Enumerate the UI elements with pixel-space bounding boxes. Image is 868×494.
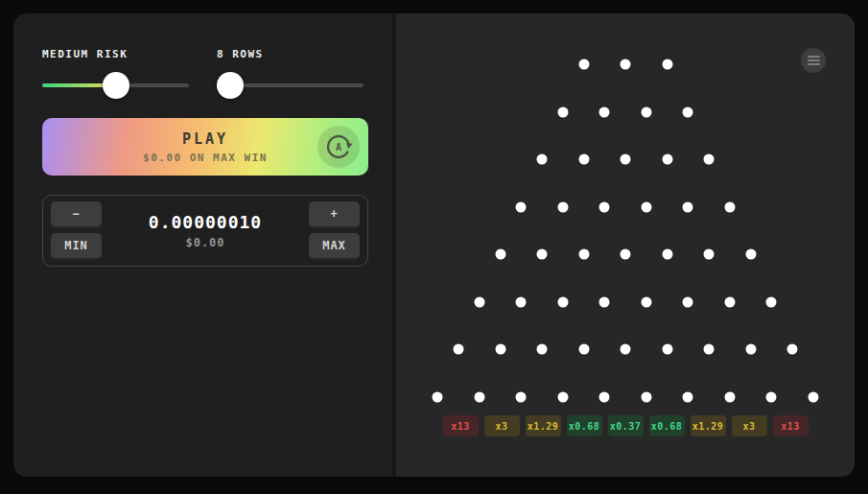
- peg: [641, 201, 651, 212]
- peg: [641, 391, 651, 402]
- peg: [537, 344, 548, 355]
- peg: [433, 391, 443, 402]
- play-button-label: PLAY: [182, 130, 228, 148]
- bet-max-button[interactable]: MAX: [309, 233, 360, 260]
- peg: [474, 296, 484, 307]
- peg: [557, 201, 568, 212]
- peg: [724, 296, 735, 307]
- risk-slider-track[interactable]: [42, 72, 189, 99]
- risk-slider-label: MEDIUM RISK: [42, 48, 189, 60]
- multiplier-bucket: x0.68: [567, 415, 602, 436]
- peg: [704, 154, 715, 165]
- peg: [599, 391, 610, 402]
- play-button[interactable]: PLAY $0.00 ON MAX WIN A: [42, 118, 368, 176]
- peg: [578, 154, 589, 165]
- slider-group: MEDIUM RISK 8 ROWS: [42, 48, 364, 99]
- multiplier-bucket: x1.29: [691, 415, 726, 436]
- peg: [683, 201, 693, 212]
- multiplier-bucket: x0.68: [649, 415, 685, 436]
- peg: [495, 249, 505, 260]
- multiplier-bucket: x1.29: [526, 415, 561, 436]
- peg: [516, 201, 527, 212]
- board-menu-button[interactable]: [801, 48, 826, 73]
- peg: [683, 391, 693, 402]
- peg: [495, 344, 505, 355]
- peg: [474, 391, 484, 402]
- peg: [516, 391, 527, 402]
- rows-slider: 8 ROWS: [217, 48, 364, 99]
- peg: [578, 249, 589, 260]
- plinko-board: x13x3x1.29x0.68x0.37x0.68x1.29x3x13: [396, 13, 855, 477]
- peg: [724, 201, 735, 212]
- peg: [599, 201, 610, 212]
- peg: [745, 344, 756, 355]
- multiplier-bucket: x3: [484, 415, 520, 436]
- peg: [808, 391, 818, 402]
- plinko-app: MEDIUM RISK 8 ROWS: [13, 13, 855, 477]
- peg: [557, 391, 568, 402]
- peg: [745, 249, 756, 260]
- bet-decrease-button[interactable]: −: [51, 201, 102, 228]
- play-button-sublabel: $0.00 ON MAX WIN: [143, 152, 268, 164]
- peg: [516, 296, 527, 307]
- peg: [641, 296, 651, 307]
- peg: [537, 249, 548, 260]
- bet-fiat-value: $0.00: [185, 236, 224, 249]
- bet-increase-button[interactable]: +: [309, 201, 360, 228]
- svg-text:A: A: [336, 142, 341, 153]
- peg: [683, 106, 693, 117]
- rows-slider-handle[interactable]: [217, 72, 244, 99]
- peg: [766, 391, 777, 402]
- multiplier-bucket: x13: [443, 415, 479, 436]
- bet-min-button[interactable]: MIN: [51, 233, 102, 260]
- peg: [704, 249, 715, 260]
- peg: [766, 296, 777, 307]
- peg: [662, 344, 672, 355]
- bet-panel: − MIN 0.00000010 $0.00 + MAX: [42, 195, 368, 267]
- peg: [724, 391, 735, 402]
- peg: [557, 296, 568, 307]
- peg: [599, 106, 610, 117]
- peg: [578, 59, 589, 70]
- peg: [454, 344, 464, 355]
- peg: [621, 249, 631, 260]
- autoplay-button[interactable]: A: [317, 126, 360, 168]
- multiplier-bucket: x3: [732, 415, 767, 436]
- peg: [621, 59, 631, 70]
- multiplier-bucket: x0.37: [608, 415, 644, 436]
- bet-amount-value[interactable]: 0.00000010: [149, 212, 262, 232]
- peg: [578, 344, 589, 355]
- peg: [641, 106, 651, 117]
- peg: [621, 344, 631, 355]
- risk-slider-handle[interactable]: [103, 72, 129, 99]
- peg: [662, 249, 672, 260]
- multiplier-bucket: x13: [773, 415, 809, 436]
- peg: [662, 59, 672, 70]
- autoplay-icon: A: [319, 128, 358, 166]
- menu-icon: [808, 56, 820, 58]
- peg: [683, 296, 693, 307]
- rows-slider-label: 8 ROWS: [217, 48, 364, 60]
- peg: [787, 344, 798, 355]
- risk-slider: MEDIUM RISK: [42, 48, 189, 99]
- control-sidebar: MEDIUM RISK 8 ROWS: [13, 13, 392, 477]
- rows-slider-track[interactable]: [217, 72, 364, 99]
- peg: [557, 106, 568, 117]
- peg: [704, 344, 715, 355]
- peg: [662, 154, 672, 165]
- peg: [621, 154, 631, 165]
- bucket-row: x13x3x1.29x0.68x0.37x0.68x1.29x3x13: [396, 415, 855, 436]
- peg: [537, 154, 548, 165]
- peg: [599, 296, 610, 307]
